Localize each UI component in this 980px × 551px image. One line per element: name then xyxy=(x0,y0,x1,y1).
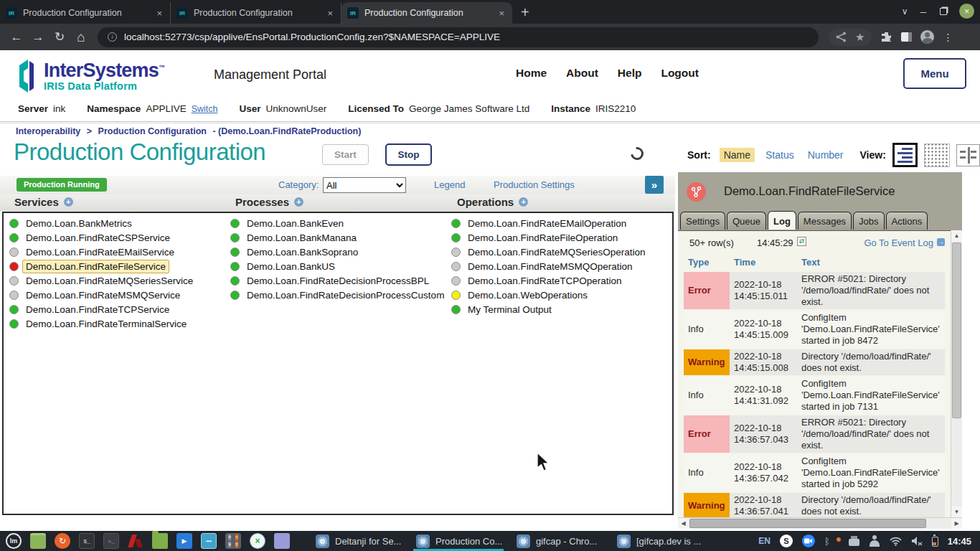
user-tray-icon[interactable] xyxy=(869,535,880,547)
menu-button[interactable]: Menu xyxy=(903,58,966,89)
video-app-icon[interactable]: ▶ xyxy=(176,533,192,549)
log-vertical-scrollbar[interactable]: ▲ ▼ xyxy=(951,230,962,517)
battery-icon[interactable] xyxy=(932,537,938,547)
vertical-scroll-thumb[interactable] xyxy=(952,242,961,418)
expand-panel-button[interactable]: » xyxy=(645,176,664,194)
breadcrumb-interoperability[interactable]: Interoperability xyxy=(16,126,80,136)
bluetooth-icon[interactable]: ᛒ xyxy=(824,536,830,547)
config-item[interactable]: Demo.Loan.FindRateFileOperation xyxy=(451,230,649,245)
panel-tab-actions[interactable]: Actions xyxy=(886,212,928,230)
reload-icon[interactable]: ↻ xyxy=(49,29,70,44)
tab-search-icon[interactable]: ∨ xyxy=(902,6,908,17)
log-col-text[interactable]: Text xyxy=(797,254,945,272)
config-item[interactable]: Demo.Loan.FindRateTerminalService xyxy=(9,316,197,331)
url-text[interactable]: localhost:52773/csp/applive/EnsPortal.Pr… xyxy=(124,32,500,42)
scroll-right-icon[interactable]: ▶ xyxy=(951,518,962,529)
calculator-icon[interactable]: +−×= xyxy=(225,533,241,549)
panel-tab-jobs[interactable]: Jobs xyxy=(853,212,884,230)
scroll-down-icon[interactable]: ▼ xyxy=(951,507,962,517)
config-item[interactable]: Demo.Loan.FindRateMSMQOperation xyxy=(451,259,649,273)
config-item[interactable]: My Terminal Output xyxy=(451,302,649,316)
profile-avatar[interactable] xyxy=(920,30,934,44)
keyboard-layout-indicator[interactable]: EN xyxy=(758,536,771,546)
config-item[interactable]: Demo.Loan.FindRateTCPOperation xyxy=(451,273,649,288)
scroll-up-icon[interactable]: ▲ xyxy=(951,230,962,241)
event-log-link[interactable]: Go To Event Log xyxy=(864,237,933,248)
file-manager-icon[interactable] xyxy=(152,533,168,549)
browser-tab[interactable]: IRProduction Configuration× xyxy=(341,2,512,24)
add-service-icon[interactable]: + xyxy=(64,197,73,207)
nav-link-home[interactable]: Home xyxy=(516,67,547,80)
nav-link-logout[interactable]: Logout xyxy=(661,67,699,80)
zoom-tray-icon[interactable] xyxy=(802,534,815,547)
bookmark-star-icon[interactable]: ★ xyxy=(855,31,864,44)
system-monitor-icon[interactable]: ∼ xyxy=(201,533,217,549)
address-bar[interactable]: i localhost:52773/csp/applive/EnsPortal.… xyxy=(98,27,819,47)
tab-close-icon[interactable]: × xyxy=(496,8,507,19)
browser-tab[interactable]: IRProduction Configuration× xyxy=(171,2,341,24)
config-item[interactable]: Demo.Loan.BankUS xyxy=(230,259,448,273)
config-item[interactable]: Demo.Loan.FindRateEMailOperation xyxy=(451,216,649,230)
view-grid-icon[interactable] xyxy=(924,143,950,167)
start-button[interactable]: Start xyxy=(322,144,369,165)
show-desktop-icon[interactable] xyxy=(30,533,46,549)
log-refresh-icon[interactable]: ⇄ xyxy=(797,237,806,246)
wifi-icon[interactable] xyxy=(890,537,902,546)
minimize-icon[interactable]: – xyxy=(920,5,926,17)
tab-close-icon[interactable]: × xyxy=(325,8,335,19)
config-item[interactable]: Demo.Loan.FindRateEMailService xyxy=(9,245,197,259)
config-item[interactable]: Demo.Loan.BankMetrics xyxy=(9,216,197,230)
nav-link-about[interactable]: About xyxy=(566,67,598,80)
panel-tab-settings[interactable]: Settings xyxy=(680,212,725,230)
event-log-arrow-icon[interactable]: → xyxy=(937,238,945,246)
x2go-icon[interactable]: × xyxy=(250,533,265,549)
config-item[interactable]: Demo.Loan.BankManana xyxy=(230,230,448,245)
config-item[interactable]: Demo.Loan.FindRateDecisionProcessCustom xyxy=(230,288,448,302)
app-orange-icon[interactable]: ↻ xyxy=(55,533,70,549)
log-col-time[interactable]: Time xyxy=(730,254,797,272)
terminal-2-icon[interactable]: >_ xyxy=(103,533,119,549)
home-icon[interactable]: ⌂ xyxy=(70,29,92,45)
config-item[interactable]: Demo.Loan.FindRateMSMQService xyxy=(9,288,197,302)
share-icon[interactable] xyxy=(836,32,847,42)
site-info-icon[interactable]: i xyxy=(108,32,117,42)
switch-namespace-link[interactable]: Switch xyxy=(192,104,218,114)
breadcrumb-page[interactable]: Production Configuration xyxy=(98,126,207,136)
horizontal-scroll-thumb[interactable] xyxy=(689,519,926,528)
view-split-icon[interactable] xyxy=(956,144,980,166)
category-select[interactable]: All xyxy=(323,177,406,193)
taskbar-window-button[interactable]: gifcap - Chro... xyxy=(512,531,613,551)
text-editor-icon[interactable] xyxy=(274,533,290,549)
nav-link-help[interactable]: Help xyxy=(618,67,642,80)
panel-tab-messages[interactable]: Messages xyxy=(798,212,852,230)
browser-tab[interactable]: IRProduction Configuration× xyxy=(0,2,171,24)
config-item[interactable]: Demo.Loan.FindRateFileService xyxy=(9,259,197,273)
close-icon[interactable]: × xyxy=(959,4,974,19)
restore-icon[interactable] xyxy=(940,8,947,15)
sort-option-status[interactable]: Status xyxy=(765,149,794,161)
config-item[interactable]: Demo.Loan.BankEven xyxy=(230,216,448,230)
log-horizontal-scrollbar[interactable]: ◀ ▶ xyxy=(678,517,962,529)
mint-menu-icon[interactable]: lm xyxy=(6,533,22,549)
panel-tab-queue[interactable]: Queue xyxy=(727,212,766,230)
config-item[interactable]: Demo.Loan.FindRateDecisionProcessBPL xyxy=(230,273,448,288)
add-operation-icon[interactable]: + xyxy=(519,197,528,207)
forward-icon[interactable]: → xyxy=(27,30,49,44)
volume-muted-icon[interactable] xyxy=(911,536,923,546)
taskbar-window-button[interactable]: Production Co... xyxy=(412,531,512,551)
sort-option-number[interactable]: Number xyxy=(808,149,844,161)
config-item[interactable]: Demo.Loan.FindRateMQSeriesService xyxy=(9,273,197,288)
view-list-icon[interactable] xyxy=(892,143,918,167)
browser-menu-icon[interactable]: ⋮ xyxy=(943,32,953,43)
config-item[interactable]: Demo.Loan.BankSoprano xyxy=(230,245,448,259)
taskbar-window-button[interactable]: Deltanji for Se... xyxy=(311,531,412,551)
printer-icon[interactable] xyxy=(849,539,859,546)
scroll-left-icon[interactable]: ◀ xyxy=(678,518,689,529)
panel-tab-log[interactable]: Log xyxy=(768,211,796,230)
config-item[interactable]: Demo.Loan.FindRateMQSeriesOperation xyxy=(451,245,649,259)
skype-tray-icon[interactable]: S xyxy=(780,534,793,547)
production-settings-link[interactable]: Production Settings xyxy=(494,179,575,190)
back-icon[interactable]: ← xyxy=(6,30,27,44)
add-process-icon[interactable]: + xyxy=(294,197,303,207)
sort-option-name[interactable]: Name xyxy=(720,148,755,162)
